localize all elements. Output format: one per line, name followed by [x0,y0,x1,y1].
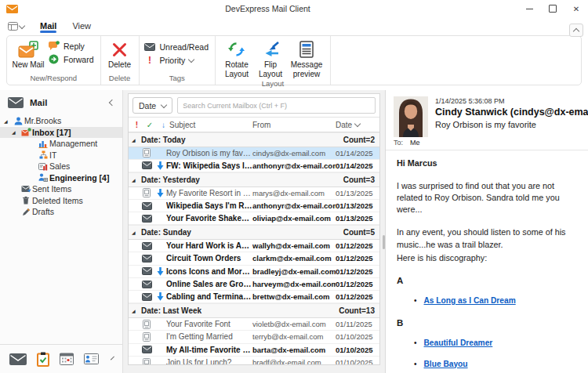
message-from-cell: bradleyj@dx-email.com [252,267,336,276]
group-expander-icon[interactable]: ◢ [132,308,141,313]
group-header[interactable]: ◢Date: TodayCount=2 [129,132,379,147]
group-expander-icon[interactable]: ◢ [132,230,141,235]
module-bar [0,344,122,373]
message-row[interactable]: Your Hard Work is Appreciatedwallyh@dx-e… [129,240,379,252]
message-from-cell: marys@dx-email.com [252,189,336,197]
sidebar-item-inbox[interactable]: ◢Inbox [17] [0,127,122,139]
song-link[interactable]: Beautiful Dreamer [424,338,493,349]
message-row[interactable]: I'm Getting Marriedterryb@dx-email.com01… [129,331,379,343]
group-expander-icon[interactable]: ◢ [132,177,141,183]
sidebar-item-mr-brooks[interactable]: ◢Mr.Brooks [0,115,122,127]
message-row[interactable]: Cabling and Terminationbrettw@dx-email.c… [129,291,379,303]
message-row[interactable]: Your Favorite Fontvioletb@dx-email.com01… [129,318,379,331]
message-row[interactable]: My All-time Favorite Quotebarta@dx-email… [129,344,379,357]
message-subject-cell: Circuit Town Orders [166,254,252,263]
unread-read-button[interactable]: Unread/Read [144,42,209,52]
song-link[interactable]: As Long as I Can Dream [424,295,516,306]
rotate-layout-button[interactable]: Rotate Layout [219,38,255,78]
message-row[interactable]: Roy Orbison is my favoritecindys@dx-emai… [129,147,379,160]
priority-column-icon[interactable]: ↓ [158,121,169,129]
date-column-label: Date [336,121,352,129]
message-date-cell: 01/13/2025 [336,201,379,210]
message-subject-cell: Your Favorite Shakespeare Play [166,214,252,223]
collapse-ribbon-button[interactable] [569,24,583,37]
tree-expander-icon[interactable]: ◢ [12,129,20,135]
minimize-button[interactable] [517,0,541,17]
read-message-icon [139,332,154,342]
tab-view[interactable]: View [64,21,99,33]
message-row[interactable]: FW: Wikipedia Says I'm Rightanthonyr@dx-… [129,160,379,172]
message-date-cell: 01/10/2025 [336,346,379,354]
from-column-header[interactable]: From [252,121,336,129]
tree-expander-icon[interactable]: ◢ [4,118,12,124]
sidebar-item-it[interactable]: IT [0,150,122,161]
close-button[interactable]: ✕ [564,0,588,17]
folder-label: Deleted Items [32,196,83,205]
forward-label: Forward [64,55,94,64]
sort-by-date-dropdown[interactable]: Date [132,97,172,114]
tab-mail[interactable]: Mail [32,21,64,33]
sidebar-item-drafts[interactable]: Drafts [0,206,122,218]
message-from-cell: anthonyr@dx-email.com [252,201,336,210]
low-priority-icon [154,292,166,301]
rotate-layout-label: Rotate Layout [219,60,255,78]
folder-label: Inbox [32,128,54,137]
flip-layout-button[interactable]: Flip Layout [255,38,286,78]
maximize-button[interactable] [541,0,564,17]
sidebar-item-sent-items[interactable]: Sent Items [0,183,122,195]
body-paragraph: I was surprised to find out that you are… [397,180,577,215]
unread-envelope-icon [139,255,154,263]
sidebar-item-deleted-items[interactable]: Deleted Items [0,195,122,207]
group-label-delete: Delete [104,73,136,84]
group-label: Date: Today [141,136,343,144]
chevron-up-icon [573,28,579,34]
flip-layout-label: Flip Layout [255,60,286,78]
collapse-sidebar-icon[interactable] [109,100,115,106]
message-row[interactable]: Online Sales are Growingharveym@dx-email… [129,278,379,291]
ribbon-spacer [331,36,581,85]
column-headers: ! ✓ ↓ Subject From Date [129,118,379,132]
group-header[interactable]: ◢Date: SundayCount=5 [129,225,379,240]
date-column-header[interactable]: Date [336,121,379,129]
message-row[interactable]: Join Us for Lunch?bradf@dx-email.com01/1… [129,357,379,364]
search-input[interactable] [177,97,376,114]
module-mail-icon[interactable] [9,353,27,365]
priority-button[interactable]: ! Priority [144,55,209,66]
message-row[interactable]: Icons Icons and More Iconsbradleyj@dx-em… [129,266,379,278]
module-calendar-icon[interactable] [60,353,74,365]
read-message-icon [139,320,154,329]
message-preview-button[interactable]: Message preview [286,38,327,78]
group-expander-icon[interactable]: ◢ [132,137,141,143]
delete-button[interactable]: Delete [104,38,136,70]
discography-section-heading: B [397,317,577,329]
message-date-cell: 01/14/2025 [336,161,379,170]
song-link[interactable]: Blue Bayou [424,359,468,370]
group-label: Date: Yesterday [141,176,343,184]
subject-column-header[interactable]: Subject [169,121,252,129]
sidebar-item-management[interactable]: Management [0,138,122,150]
message-row[interactable]: My Favorite Resort in Las Vegasmarys@dx-… [129,187,379,200]
group-header[interactable]: ◢Date: YesterdayCount=3 [129,172,379,187]
importance-column-icon[interactable]: ! [129,121,142,129]
message-row[interactable]: Circuit Town Ordersclarkm@dx-email.com01… [129,252,379,265]
pencil-icon [20,208,32,216]
application-menu-button[interactable] [8,22,24,31]
sidebar-item-engineering[interactable]: Engineering [4] [0,172,122,184]
folder-tree: ◢Mr.Brooks◢Inbox [17]ManagementITSalesEn… [0,114,122,344]
chevron-down-icon [19,22,25,28]
message-row[interactable]: Wikipedia Says I'm Rightanthonyr@dx-emai… [129,200,379,212]
message-row[interactable]: Your Favorite Shakespeare Playoliviap@dx… [129,212,379,225]
module-tasks-icon[interactable] [37,352,49,367]
module-options-chevron-icon[interactable] [111,357,114,360]
ribbon-group-tags: Unread/Read ! Priority Tags [140,36,216,85]
forward-button[interactable]: Forward [48,54,94,64]
splitter-handle[interactable] [383,235,385,249]
module-people-icon[interactable] [84,353,99,364]
group-count: Count=3 [343,176,375,184]
group-label: Date: Sunday [141,228,343,237]
sidebar-item-sales[interactable]: Sales [0,161,122,172]
new-mail-button[interactable]: New Mail [10,38,46,70]
group-header[interactable]: ◢Date: Last WeekCount=13 [129,303,379,318]
reply-button[interactable]: Reply [48,41,94,51]
read-state-column-icon[interactable]: ✓ [142,121,158,129]
